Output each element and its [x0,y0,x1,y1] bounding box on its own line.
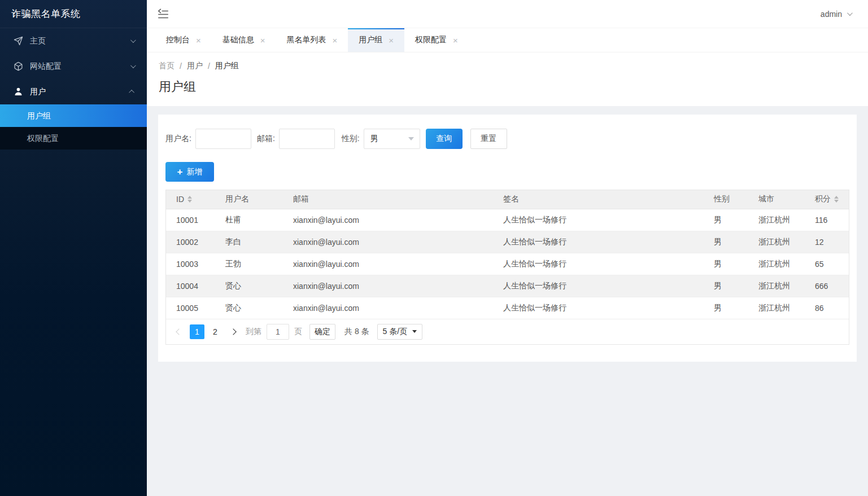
sidebar-subitem-user-group[interactable]: 用户组 [0,104,147,127]
page-unit-label: 页 [294,327,302,337]
per-page-select[interactable]: 5 条/页 [377,324,423,340]
sidebar-collapse-icon[interactable] [157,8,169,20]
user-menu[interactable]: admin [821,10,851,19]
app-root: 诈骗黑名单系统 主页 网站配置 用户 用户组 [0,0,868,496]
tab-bar: 控制台 × 基础信息 × 黑名单列表 × 用户组 × 权限配置 × [147,28,868,52]
reset-button[interactable]: 重置 [470,129,507,149]
chevron-down-icon [130,63,136,68]
username-input[interactable] [195,129,251,149]
goto-page-input[interactable] [267,324,289,340]
column-header-gender: 性别 [704,190,748,209]
table-row: 10003 王勃 xianxin@layui.com 人生恰似一场修行 男 浙江… [166,253,849,275]
chevron-down-icon [130,37,136,43]
tab-permission-config[interactable]: 权限配置 × [404,28,469,52]
user-table: ID 用户名 邮箱 签名 性别 城市 [166,190,849,319]
sidebar-subitem-permission-config[interactable]: 权限配置 [0,127,147,150]
cell-city: 浙江杭州 [748,253,805,275]
tab-basic-info[interactable]: 基础信息 × [212,28,276,52]
cell-username: 李白 [215,231,283,253]
close-icon[interactable]: × [453,36,458,45]
cell-score: 86 [805,297,849,319]
cell-gender: 男 [704,275,748,297]
user-icon [14,87,23,96]
username-label: 用户名: [165,134,191,144]
content: 用户名: 邮箱: 性别: 男 查询 重置 [147,106,868,496]
page-title: 用户组 [159,78,868,95]
per-page-value: 5 条/页 [383,327,408,337]
sidebar: 诈骗黑名单系统 主页 网站配置 用户 用户组 [0,0,147,496]
sidebar-item-site-config[interactable]: 网站配置 [0,54,147,79]
column-header-score[interactable]: 积分 [805,190,849,209]
close-icon[interactable]: × [260,36,265,45]
column-header-city: 城市 [748,190,805,209]
breadcrumb-separator: / [208,62,210,71]
cell-score: 116 [805,209,849,231]
close-icon[interactable]: × [196,36,201,45]
table-row: 10001 杜甫 xianxin@layui.com 人生恰似一场修行 男 浙江… [166,209,849,231]
add-button[interactable]: + 新增 [165,162,214,182]
table-row: 10002 李白 xianxin@layui.com 人生恰似一场修行 男 浙江… [166,231,849,253]
page-header: 首页 / 用户 / 用户组 用户组 [147,52,868,106]
app-title: 诈骗黑名单系统 [0,0,147,28]
email-input[interactable] [279,129,335,149]
gender-select[interactable]: 男 [364,129,420,149]
cell-email: xianxin@layui.com [283,275,493,297]
sidebar-item-users[interactable]: 用户 [0,79,147,104]
search-button[interactable]: 查询 [426,129,463,149]
table-header-row: ID 用户名 邮箱 签名 性别 城市 [166,190,849,209]
breadcrumb-users[interactable]: 用户 [187,61,203,71]
topbar: admin [147,0,868,28]
cell-gender: 男 [704,209,748,231]
cell-username: 王勃 [215,253,283,275]
tab-label: 用户组 [359,35,382,45]
column-header-id[interactable]: ID [166,190,215,209]
cell-id: 10001 [166,209,215,231]
sidebar-submenu: 用户组 权限配置 [0,104,147,150]
cell-id: 10005 [166,297,215,319]
page-button-2[interactable]: 2 [208,324,223,339]
breadcrumb: 首页 / 用户 / 用户组 [159,61,868,71]
email-label: 邮箱: [257,134,275,144]
next-page-button[interactable] [226,324,241,339]
send-icon [14,36,23,46]
gender-label: 性别: [342,134,360,144]
cell-email: xianxin@layui.com [283,253,493,275]
cell-score: 666 [805,275,849,297]
page-button-1[interactable]: 1 [190,324,204,339]
close-icon[interactable]: × [389,36,394,45]
filter-form: 用户名: 邮箱: 性别: 男 查询 重置 [165,129,849,149]
plus-icon: + [177,167,183,177]
cell-signature: 人生恰似一场修行 [493,253,704,275]
tab-console[interactable]: 控制台 × [155,28,212,52]
chevron-down-icon [847,10,853,16]
user-group-card: 用户名: 邮箱: 性别: 男 查询 重置 [158,115,857,362]
cell-signature: 人生恰似一场修行 [493,231,704,253]
breadcrumb-current: 用户组 [215,61,239,71]
cell-city: 浙江杭州 [748,297,805,319]
breadcrumb-separator: / [180,62,182,71]
cell-username: 杜甫 [215,209,283,231]
cell-id: 10002 [166,231,215,253]
goto-label: 到第 [246,327,261,337]
tab-label: 权限配置 [415,35,447,45]
caret-down-icon [408,137,414,141]
sort-icon[interactable] [187,196,192,203]
tab-blacklist[interactable]: 黑名单列表 × [276,28,348,52]
close-icon[interactable]: × [333,36,338,45]
cell-gender: 男 [704,297,748,319]
cell-gender: 男 [704,231,748,253]
cell-username: 贤心 [215,297,283,319]
cell-signature: 人生恰似一场修行 [493,297,704,319]
sidebar-item-home[interactable]: 主页 [0,28,147,54]
table-row: 10005 贤心 xianxin@layui.com 人生恰似一场修行 男 浙江… [166,297,849,319]
tab-user-group[interactable]: 用户组 × [348,28,404,52]
breadcrumb-home[interactable]: 首页 [159,61,175,71]
sidebar-item-label: 主页 [30,36,130,46]
confirm-page-button[interactable]: 确定 [309,324,335,340]
sort-icon[interactable] [834,196,839,203]
cell-signature: 人生恰似一场修行 [493,275,704,297]
column-header-username: 用户名 [215,190,283,209]
cell-city: 浙江杭州 [748,275,805,297]
prev-page-button[interactable] [172,324,186,339]
cell-id: 10004 [166,275,215,297]
